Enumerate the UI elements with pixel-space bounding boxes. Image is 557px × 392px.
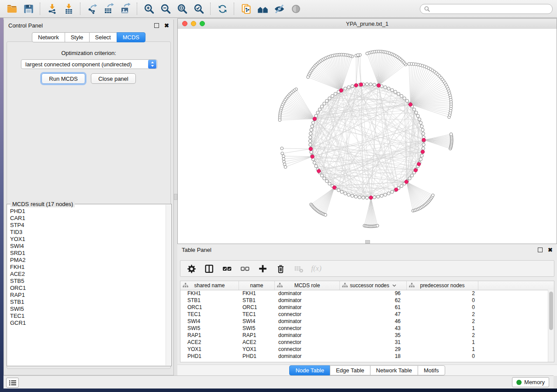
- close-panel-button[interactable]: Close panel: [91, 73, 136, 84]
- cell-mcds-role[interactable]: dominator: [275, 353, 340, 359]
- import-table-button[interactable]: [62, 2, 76, 16]
- tab-mcds[interactable]: MCDS: [117, 32, 145, 42]
- result-item[interactable]: TID3: [10, 229, 171, 236]
- cell-name[interactable]: TEC1: [239, 311, 275, 317]
- cell-predecessor-nodes[interactable]: 2: [407, 311, 478, 317]
- deselect-all-check-button[interactable]: [239, 263, 250, 274]
- zoom-selected-button[interactable]: [192, 2, 206, 16]
- cell-mcds-role[interactable]: dominator: [275, 318, 340, 324]
- float-panel-icon[interactable]: [154, 23, 159, 28]
- cell-predecessor-nodes[interactable]: 2: [407, 318, 478, 324]
- close-panel-icon[interactable]: ✖: [164, 23, 169, 28]
- clone-network-button[interactable]: [239, 2, 253, 16]
- save-session-button[interactable]: [21, 2, 35, 16]
- cell-name[interactable]: ORC1: [239, 304, 275, 310]
- cell-shared-name[interactable]: ORC1: [180, 304, 239, 310]
- result-item[interactable]: GCR1: [10, 320, 171, 327]
- export-table-button[interactable]: [102, 2, 116, 16]
- cell-name[interactable]: FKH1: [239, 290, 275, 296]
- cell-shared-name[interactable]: STB1: [180, 297, 239, 303]
- result-item[interactable]: PMA2: [10, 257, 171, 264]
- cell-successor-nodes[interactable]: 96: [340, 290, 407, 296]
- result-item[interactable]: STP4: [10, 222, 171, 229]
- result-item[interactable]: FKH1: [10, 264, 171, 271]
- table-row[interactable]: TEC1TEC1connector472: [180, 311, 548, 318]
- select-all-check-button[interactable]: [221, 263, 232, 274]
- cell-mcds-role[interactable]: connector: [275, 311, 340, 317]
- cell-predecessor-nodes[interactable]: 1: [407, 325, 478, 331]
- table-row[interactable]: RAP1RAP1dominator352: [180, 332, 548, 339]
- zoom-out-button[interactable]: [159, 2, 173, 16]
- cell-mcds-role[interactable]: dominator: [275, 290, 340, 296]
- cell-successor-nodes[interactable]: 62: [340, 297, 407, 303]
- add-column-button[interactable]: [257, 263, 268, 274]
- result-item[interactable]: SWI5: [10, 306, 171, 313]
- table-row[interactable]: STB1STB1dominator620: [180, 297, 548, 304]
- result-item[interactable]: YOX1: [10, 236, 171, 243]
- memory-button[interactable]: Memory: [512, 377, 549, 387]
- column-header-successor-nodes[interactable]: successor nodes: [340, 281, 407, 290]
- result-item[interactable]: RAP1: [10, 292, 171, 299]
- table-scrollbar-thumb[interactable]: [549, 292, 553, 330]
- cell-shared-name[interactable]: PHD1: [180, 353, 239, 359]
- column-header-name[interactable]: name: [239, 281, 275, 290]
- tab-style[interactable]: Style: [65, 32, 90, 42]
- table-row[interactable]: SWI5SWI5connector431: [180, 325, 548, 332]
- table-row[interactable]: ORC1ORC1dominator610: [180, 304, 548, 311]
- cell-predecessor-nodes[interactable]: 2: [407, 332, 478, 338]
- export-network-button[interactable]: [85, 2, 99, 16]
- column-header-predecessor-nodes[interactable]: predecessor nodes: [407, 281, 478, 290]
- cell-predecessor-nodes[interactable]: 0: [407, 353, 478, 359]
- cell-shared-name[interactable]: FKH1: [180, 290, 239, 296]
- cell-successor-nodes[interactable]: 61: [340, 304, 407, 310]
- cell-name[interactable]: PHD1: [239, 353, 275, 359]
- result-item[interactable]: SWI4: [10, 243, 171, 250]
- result-item[interactable]: ORC1: [10, 285, 171, 292]
- open-session-button[interactable]: [5, 2, 19, 16]
- cell-successor-nodes[interactable]: 31: [340, 339, 407, 345]
- cell-predecessor-nodes[interactable]: 0: [407, 304, 478, 310]
- cell-successor-nodes[interactable]: 46: [340, 318, 407, 324]
- network-graph[interactable]: [178, 29, 557, 244]
- minimize-window-icon[interactable]: [191, 21, 196, 26]
- cell-predecessor-nodes[interactable]: 0: [407, 297, 478, 303]
- first-neighbors-button[interactable]: [256, 2, 270, 16]
- refresh-button[interactable]: [215, 2, 229, 16]
- column-header-shared-name[interactable]: shared name: [180, 281, 239, 290]
- maximize-window-icon[interactable]: [200, 21, 205, 26]
- cell-shared-name[interactable]: SWI5: [180, 325, 239, 331]
- result-item[interactable]: PHD1: [10, 208, 171, 215]
- cell-name[interactable]: STB1: [239, 297, 275, 303]
- result-item[interactable]: CAR1: [10, 215, 171, 222]
- hide-graphics-details-button[interactable]: [272, 2, 286, 16]
- tab-network[interactable]: Network: [32, 32, 65, 42]
- table-row[interactable]: ACE2ACE2connector311: [180, 339, 548, 346]
- tab-network-table[interactable]: Network Table: [370, 365, 418, 375]
- table-row[interactable]: FKH1FKH1dominator962: [180, 290, 548, 297]
- cell-shared-name[interactable]: YOX1: [180, 346, 239, 352]
- cell-mcds-role[interactable]: dominator: [275, 332, 340, 338]
- result-scrollbar[interactable]: [166, 205, 171, 365]
- cell-predecessor-nodes[interactable]: 1: [407, 346, 478, 352]
- split-panel-button[interactable]: [204, 263, 214, 274]
- cell-predecessor-nodes[interactable]: 2: [407, 290, 478, 296]
- cell-name[interactable]: SWI5: [239, 325, 275, 331]
- tab-node-table[interactable]: Node Table: [289, 365, 330, 375]
- zoom-in-button[interactable]: [142, 2, 156, 16]
- cell-successor-nodes[interactable]: 43: [340, 325, 407, 331]
- cell-shared-name[interactable]: SWI4: [180, 318, 239, 324]
- result-item[interactable]: ACE2: [10, 271, 171, 278]
- cell-predecessor-nodes[interactable]: 1: [407, 339, 478, 345]
- export-image-button[interactable]: [118, 2, 132, 16]
- network-canvas[interactable]: [178, 29, 557, 244]
- result-item[interactable]: STB1: [10, 299, 171, 306]
- run-mcds-button[interactable]: Run MCDS: [42, 73, 85, 84]
- cell-mcds-role[interactable]: connector: [275, 325, 340, 331]
- delete-column-button[interactable]: [275, 263, 286, 274]
- tab-select[interactable]: Select: [89, 32, 117, 42]
- tab-edge-table[interactable]: Edge Table: [330, 365, 370, 375]
- result-item[interactable]: STB5: [10, 278, 171, 285]
- cell-successor-nodes[interactable]: 29: [340, 346, 407, 352]
- cell-successor-nodes[interactable]: 18: [340, 353, 407, 359]
- search-box[interactable]: [420, 4, 553, 14]
